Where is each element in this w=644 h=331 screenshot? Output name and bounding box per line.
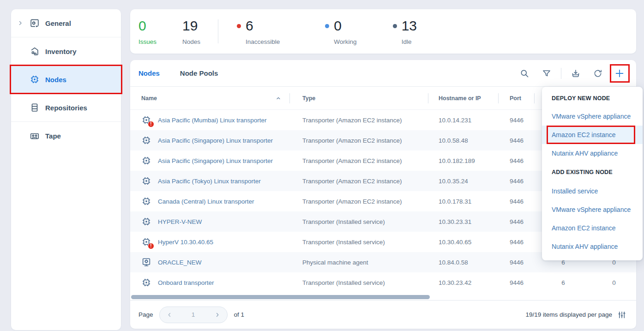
issues-label: Issues [138, 38, 156, 45]
idle-dot-icon [393, 24, 397, 28]
inaccessible-dot-icon [237, 24, 241, 28]
node-port: 9446 [499, 239, 535, 246]
column-header-name[interactable]: Name [130, 93, 290, 103]
transporter-chip-icon: ! [141, 115, 151, 125]
node-name-link[interactable]: Asia Pacific (Singapore) Linux transport… [158, 137, 273, 144]
node-port: 9446 [499, 178, 535, 185]
node-hostname: 10.30.40.65 [428, 239, 499, 246]
node-type: Physical machine agent [290, 259, 428, 266]
node-hostname: 10.0.182.189 [428, 157, 499, 164]
working-label: Working [334, 38, 356, 45]
transporter-chip-icon [141, 217, 151, 227]
node-name-link[interactable]: HYPER-V-NEW [158, 218, 202, 225]
physical-machine-icon [141, 257, 151, 267]
node-name-link[interactable]: Onboard transporter [158, 279, 214, 286]
refresh-icon[interactable] [590, 66, 606, 81]
menu-item-add-installed-service[interactable]: Installed service [542, 182, 643, 200]
error-badge-icon: ! [148, 243, 154, 249]
idle-label: Idle [402, 38, 417, 45]
transporter-chip-icon: ! [141, 237, 151, 247]
node-name-link[interactable]: Canada (Central) Linux transporter [158, 198, 254, 205]
transporter-chip-icon [141, 135, 151, 145]
filter-icon[interactable] [539, 66, 554, 81]
repositories-icon [30, 102, 45, 113]
issues-count: 0 [138, 19, 146, 33]
nodes-summary-bar: 0 Issues 19 Nodes 6 Inaccessible 0 Worki… [130, 9, 636, 54]
general-gear-window-icon [30, 18, 45, 28]
node-hostname: 10.0.178.31 [428, 198, 499, 205]
menu-section-deploy-new-node: DEPLOY NEW NODE [542, 90, 643, 107]
column-header-hostname[interactable]: Hostname or IP [428, 93, 499, 103]
transporter-chip-icon [141, 277, 151, 288]
search-icon[interactable] [517, 66, 532, 81]
node-type: Transporter (Amazon EC2 instance) [290, 117, 428, 124]
menu-item-add-nutanix-ahv-appliance[interactable]: Nutanix AHV appliance [542, 237, 643, 256]
node-type: Transporter (Installed service) [290, 239, 428, 246]
column-header-type[interactable]: Type [290, 93, 428, 103]
settings-sidebar: General Inventory Nodes Repositor [11, 9, 121, 330]
node-port: 9446 [499, 198, 535, 205]
sidebar-item-general[interactable]: General [11, 9, 121, 37]
stat-nodes: 19 Nodes [182, 18, 200, 45]
inventory-icon [30, 46, 45, 56]
node-type: Transporter (Amazon EC2 instance) [290, 137, 428, 144]
stat-working: 0 Working [325, 18, 356, 45]
page-of-label: of 1 [234, 311, 245, 318]
previous-page-icon[interactable] [166, 312, 173, 318]
tab-node-pools[interactable]: Node Pools [180, 69, 218, 77]
stat-inaccessible: 6 Inaccessible [237, 18, 280, 45]
node-type: Transporter (Amazon EC2 instance) [290, 157, 428, 164]
sidebar-item-label: General [45, 19, 71, 27]
table-settings-sliders-icon[interactable] [618, 311, 626, 319]
chip-icon [30, 74, 45, 84]
table-footer: Page 1 of 1 19/19 items displayed per pa… [130, 300, 636, 329]
menu-item-add-amazon-ec2-instance[interactable]: Amazon EC2 instance [542, 219, 643, 237]
sidebar-item-nodes[interactable]: Nodes [11, 66, 121, 94]
current-page-value[interactable]: 1 [192, 311, 195, 318]
node-name-link[interactable]: Asia Pacific (Singapore) Linux transport… [158, 157, 273, 164]
menu-item-add-vmware-vsphere-appliance[interactable]: VMware vSphere appliance [542, 200, 643, 219]
chevron-right-icon[interactable] [18, 20, 30, 26]
sidebar-item-tape[interactable]: Tape [11, 122, 121, 150]
menu-item-deploy-vmware-vsphere-appliance[interactable]: VMware vSphere appliance [542, 107, 643, 126]
nodes-count: 19 [182, 19, 198, 33]
node-name-link[interactable]: HyperV 10.30.40.65 [158, 239, 213, 246]
idle-count: 13 [402, 19, 417, 33]
inaccessible-label: Inaccessible [246, 38, 280, 45]
column-header-port[interactable]: Port [499, 93, 535, 103]
sidebar-item-inventory[interactable]: Inventory [11, 37, 121, 66]
node-name-link[interactable]: Asia Pacific (Tokyo) Linux transporter [158, 178, 261, 185]
node-hostname: 10.30.23.31 [428, 218, 499, 225]
inaccessible-count: 6 [246, 19, 253, 33]
sort-asc-icon[interactable] [276, 96, 281, 101]
node-type: Transporter (Amazon EC2 instance) [290, 198, 428, 205]
nodes-label: Nodes [182, 38, 200, 45]
node-name-link[interactable]: Asia Pacific (Mumbai) Linux transporter [158, 117, 267, 124]
stats-divider [218, 19, 218, 43]
tabs-toolbar-row: Nodes Node Pools [130, 60, 636, 87]
page-label: Page [138, 311, 153, 318]
horizontal-scrollbar[interactable] [131, 295, 430, 299]
node-port: 9446 [499, 157, 535, 164]
export-icon[interactable] [568, 66, 584, 81]
next-page-icon[interactable] [214, 312, 221, 318]
node-port: 9446 [499, 137, 535, 144]
node-hostname: 10.0.35.24 [428, 178, 499, 185]
sidebar-item-repositories[interactable]: Repositories [11, 94, 121, 122]
menu-item-deploy-nutanix-ahv-appliance[interactable]: Nutanix AHV appliance [542, 144, 643, 162]
sidebar-item-label: Repositories [45, 104, 87, 112]
add-node-button[interactable] [610, 66, 629, 81]
error-badge-icon: ! [148, 121, 154, 127]
node-col5-value: 6 [535, 279, 592, 286]
toolbar-divider [561, 68, 561, 79]
menu-item-deploy-amazon-ec2-instance[interactable]: Amazon EC2 instance [542, 126, 643, 144]
table-row[interactable]: Onboard transporterTransporter (Installe… [130, 272, 636, 293]
node-name-link[interactable]: ORACLE_NEW [158, 259, 202, 266]
transporter-chip-icon [141, 196, 151, 206]
transporter-chip-icon [141, 156, 151, 166]
table-toolbar [510, 66, 629, 81]
tab-nodes[interactable]: Nodes [138, 69, 160, 77]
node-port: 9446 [499, 279, 535, 286]
node-port: 9446 [499, 218, 535, 225]
menu-section-add-existing-node: ADD EXISTING NODE [542, 162, 643, 182]
